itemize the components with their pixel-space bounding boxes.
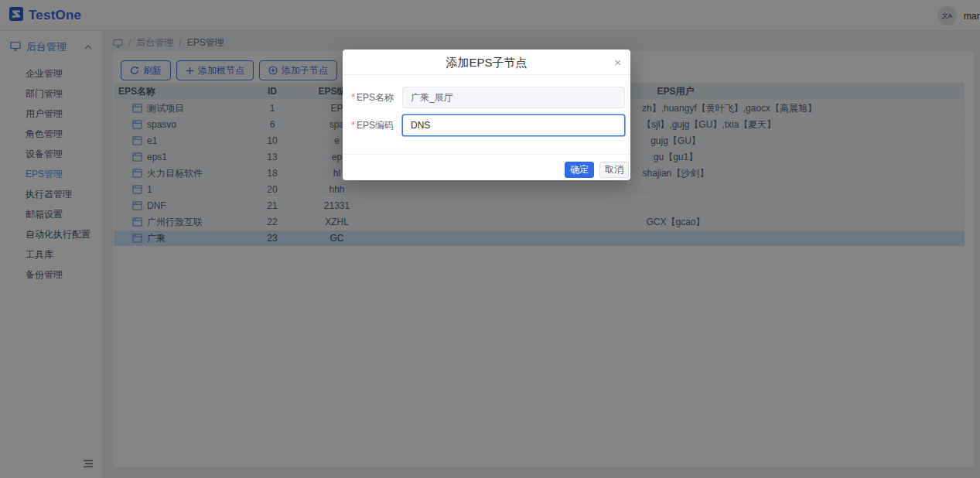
dialog-footer: 确定 取消: [343, 154, 630, 180]
add-eps-child-dialog: 添加EPS子节点 × *EPS名称 *EPS编码 确定 取消: [343, 50, 630, 180]
confirm-button[interactable]: 确定: [565, 162, 594, 178]
app-root: TestOne 文A mana 后台管理 企业管理部门管理用户管理角色管理设备管…: [0, 0, 980, 478]
cancel-button[interactable]: 取消: [599, 162, 629, 178]
form-row-eps-code: *EPS编码: [343, 114, 630, 136]
dialog-title: 添加EPS子节点: [343, 50, 630, 76]
dialog-header: 添加EPS子节点 ×: [343, 50, 630, 75]
eps-code-label: *EPS编码: [343, 119, 398, 132]
eps-code-field[interactable]: [402, 114, 625, 136]
eps-name-label: *EPS名称: [343, 91, 398, 104]
required-mark: *: [351, 92, 355, 103]
eps-name-field: [402, 87, 625, 108]
form-row-eps-name: *EPS名称: [343, 87, 630, 108]
close-icon[interactable]: ×: [614, 50, 621, 75]
required-mark: *: [351, 120, 355, 131]
